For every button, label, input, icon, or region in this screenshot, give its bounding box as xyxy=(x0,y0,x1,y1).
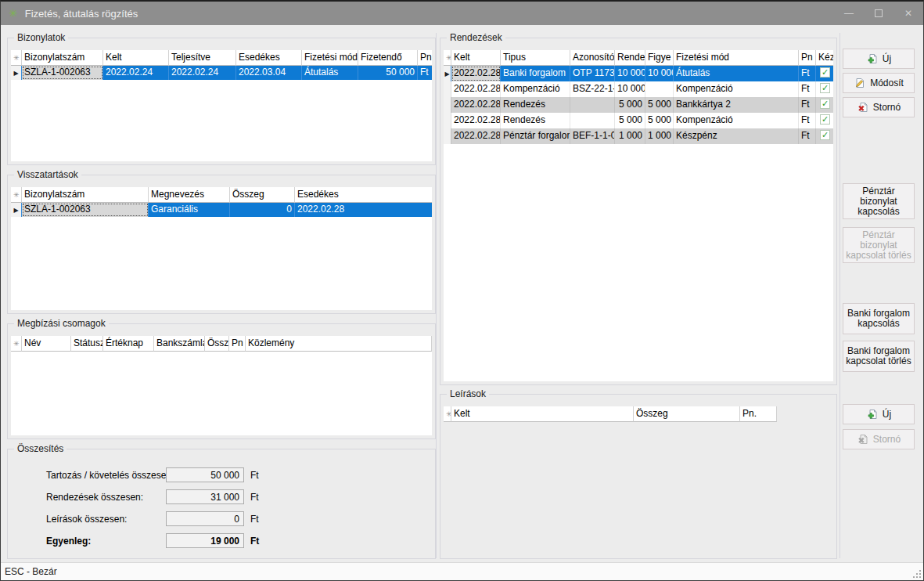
cell-tipus[interactable]: Kompenzáció xyxy=(501,81,570,97)
cell-fizetesi-mod[interactable]: Kompenzáció xyxy=(674,113,799,128)
cell-tipus[interactable]: Rendezés xyxy=(501,113,570,128)
column-header-osszeg[interactable]: Összeg xyxy=(230,187,295,203)
cell-esedekes[interactable]: 2022.02.28 xyxy=(295,203,432,217)
cell-fizetendo[interactable]: 50 000 xyxy=(358,66,418,80)
checkbox-checked[interactable]: ✓ xyxy=(820,83,830,93)
column-header-kezi[interactable]: Kézi xyxy=(816,50,833,66)
column-header-teljesitve[interactable]: Teljesítve xyxy=(169,50,236,66)
cell-fizetesi-mod[interactable]: Bankkártya 2 xyxy=(674,97,799,113)
cell-figye[interactable]: 5 000 xyxy=(645,113,674,128)
column-header-fizetesi-mod[interactable]: Fizetési mód xyxy=(302,50,358,66)
column-header-pn[interactable]: Pn. xyxy=(740,406,777,422)
cell-tipus[interactable]: Banki forgalom xyxy=(501,66,570,81)
column-header-esedekes[interactable]: Esedékes xyxy=(236,50,302,66)
column-header-fizetesi-mod[interactable]: Fizetési mód xyxy=(674,50,799,66)
grid-megbizasi[interactable]: ✳ Név Státusz Értéknap Bankszámla Össze … xyxy=(11,336,432,435)
cell-kelt[interactable]: 2022.02.28 xyxy=(451,128,501,144)
cell-figye[interactable]: 1 000 xyxy=(645,128,674,144)
leirasok-uj-button[interactable]: Új xyxy=(843,404,915,424)
cell-kelt[interactable]: 2022.02.28 xyxy=(451,66,501,81)
column-header-kelt[interactable]: Kelt xyxy=(451,406,634,422)
cell-fizetesi-mod[interactable]: Átutalás xyxy=(674,66,799,81)
cell-fizetesi-mod[interactable]: Készpénz xyxy=(674,128,799,144)
resize-grip[interactable] xyxy=(911,568,921,578)
column-header-figye[interactable]: Figye xyxy=(645,50,674,66)
cell-bizonylatszam[interactable]: SZLA-1-002063 xyxy=(22,203,149,217)
cell-kelt[interactable]: 2022.02.28 xyxy=(451,81,501,97)
column-header-bizonylatszam[interactable]: Bizonylatszám xyxy=(22,187,149,203)
penztar-bizonylat-kapcsolat-torles-button[interactable]: Pénztár bizonylat kapcsolat törlés xyxy=(843,227,915,263)
grid-visszatartasok[interactable]: ✳ Bizonylatszám Megnevezés Összeg Esedék… xyxy=(11,187,432,310)
column-header-rende[interactable]: Rende: xyxy=(615,50,645,66)
cell-rende[interactable]: 5 000 xyxy=(615,97,645,113)
banki-forgalom-kapcsolat-torles-button[interactable]: Banki forgalom kapcsolat törlés xyxy=(843,341,915,372)
table-row[interactable]: ▶ SZLA-1-002063 Garanciális 0 2022.02.28 xyxy=(11,203,432,217)
close-button[interactable]: ✕ xyxy=(893,2,923,25)
table-row[interactable]: ▶ SZLA-1-002063 2022.02.24 2022.02.24 20… xyxy=(11,66,432,80)
column-header-pn[interactable]: Pn xyxy=(229,336,246,352)
column-header-pn[interactable]: Pn xyxy=(799,50,816,66)
cell-esedekes[interactable]: 2022.03.04 xyxy=(236,66,302,80)
modosit-button[interactable]: Módosít xyxy=(843,73,915,93)
column-header-bankszamla[interactable]: Bankszámla xyxy=(154,336,205,352)
table-row[interactable]: 2022.02.28 Rendezés 5 000 5 000 Kompenzá… xyxy=(444,113,833,128)
minimize-button[interactable]: — xyxy=(834,2,864,25)
column-header-fizetendo[interactable]: Fizetendő xyxy=(358,50,418,66)
cell-azonosito[interactable]: OTP 117350 xyxy=(570,66,615,81)
banki-forgalom-kapcsolas-button[interactable]: Banki forgalom kapcsolás xyxy=(843,303,915,334)
cell-azonosito[interactable]: BEF-1-1-00 xyxy=(570,128,615,144)
checkbox-checked[interactable]: ✓ xyxy=(820,130,830,140)
column-header-megnevezes[interactable]: Megnevezés xyxy=(149,187,230,203)
cell-rende[interactable]: 1 000 xyxy=(615,128,645,144)
cell-figye[interactable]: 10 000 xyxy=(645,66,674,81)
column-header-kozlemeny[interactable]: Közlemény xyxy=(246,336,432,352)
cell-fizetesi-mod[interactable]: Átutalás xyxy=(302,66,358,80)
table-row[interactable]: ▶ 2022.02.28 Banki forgalom OTP 117350 1… xyxy=(444,66,833,81)
column-header-pn[interactable]: Pn xyxy=(418,50,432,66)
cell-figye[interactable]: 5 000 xyxy=(645,97,674,113)
titlebar[interactable]: ✳ Fizetés, átutalás rögzítés — ✕ xyxy=(1,2,923,25)
column-header-osszeg[interactable]: Össze xyxy=(205,336,229,352)
cell-azonosito[interactable]: BSZ-22-1-00 xyxy=(570,81,615,97)
vertical-splitter-left[interactable] xyxy=(436,33,437,558)
cell-pn[interactable]: Ft xyxy=(418,66,432,80)
cell-rende[interactable]: 10 000 xyxy=(615,81,645,97)
cell-pn[interactable]: Ft xyxy=(799,66,816,81)
column-header-erteknap[interactable]: Értéknap xyxy=(103,336,154,352)
cell-kelt[interactable]: 2022.02.28 xyxy=(451,97,501,113)
table-row[interactable]: 2022.02.28 Rendezés 5 000 5 000 Bankkárt… xyxy=(444,97,833,113)
cell-pn[interactable]: Ft xyxy=(799,113,816,128)
cell-fizetesi-mod[interactable]: Kompenzáció xyxy=(674,81,799,97)
column-header-nev[interactable]: Név xyxy=(22,336,71,352)
uj-button[interactable]: Új xyxy=(843,49,915,69)
cell-figye[interactable] xyxy=(645,81,674,97)
cell-kelt[interactable]: 2022.02.28 xyxy=(451,113,501,128)
column-header-osszeg[interactable]: Összeg xyxy=(634,406,740,422)
cell-rende[interactable]: 10 000 xyxy=(615,66,645,81)
column-header-tipus[interactable]: Tipus xyxy=(501,50,570,66)
cell-tipus[interactable]: Rendezés xyxy=(501,97,570,113)
cell-megnevezes[interactable]: Garanciális xyxy=(149,203,230,217)
grid-rendezesek[interactable]: ✳ Kelt Tipus Azonosító Rende: Figye Fize… xyxy=(444,50,833,381)
grid-leirasok[interactable]: ✳ Kelt Összeg Pn. xyxy=(444,406,833,555)
maximize-button[interactable] xyxy=(864,2,893,25)
column-header-azonosito[interactable]: Azonosító xyxy=(570,50,615,66)
table-row[interactable]: 2022.02.28 Kompenzáció BSZ-22-1-00 10 00… xyxy=(444,81,833,97)
cell-pn[interactable]: Ft xyxy=(799,128,816,144)
column-header-esedekes[interactable]: Esedékes xyxy=(295,187,432,203)
cell-azonosito[interactable] xyxy=(570,97,615,113)
cell-kelt[interactable]: 2022.02.24 xyxy=(103,66,169,80)
cell-tipus[interactable]: Pénztár forgalom xyxy=(501,128,570,144)
table-row[interactable]: 2022.02.28 Pénztár forgalom BEF-1-1-00 1… xyxy=(444,128,833,144)
column-header-statusz[interactable]: Státusz xyxy=(71,336,103,352)
cell-pn[interactable]: Ft xyxy=(799,97,816,113)
checkbox-checked[interactable]: ✓ xyxy=(820,114,830,125)
cell-azonosito[interactable] xyxy=(570,113,615,128)
penztar-bizonylat-kapcsolas-button[interactable]: Pénztár bizonylat kapcsolás xyxy=(843,183,915,219)
cell-teljesitve[interactable]: 2022.02.24 xyxy=(169,66,236,80)
checkbox-checked[interactable]: ✓ xyxy=(820,67,830,78)
storno-button[interactable]: Stornó xyxy=(843,97,915,117)
column-header-kelt[interactable]: Kelt xyxy=(103,50,169,66)
vertical-splitter-right[interactable] xyxy=(840,33,840,558)
column-header-kelt[interactable]: Kelt xyxy=(451,50,501,66)
